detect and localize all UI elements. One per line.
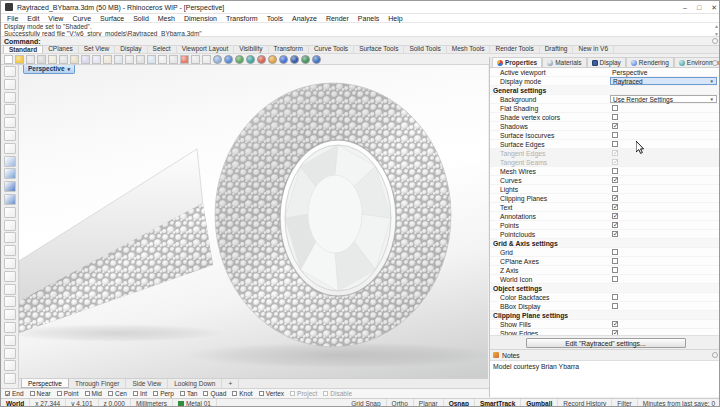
open-file-icon[interactable] — [15, 55, 24, 64]
menu-item-view[interactable]: View — [48, 15, 63, 22]
viewport-page-tab-side-view[interactable]: Side View — [126, 379, 168, 388]
print-icon[interactable] — [37, 55, 46, 64]
menu-item-render[interactable]: Render — [326, 15, 349, 22]
checkbox[interactable] — [612, 150, 618, 156]
checkbox[interactable] — [612, 195, 618, 201]
earth-globe-icon[interactable] — [301, 55, 310, 64]
checkbox[interactable] — [612, 213, 618, 219]
checkbox[interactable] — [5, 391, 10, 396]
sphere-tool-icon[interactable] — [4, 181, 16, 192]
trim-tool-icon[interactable] — [4, 232, 16, 243]
osnap-cen[interactable]: Cen — [108, 390, 127, 397]
checkbox[interactable] — [612, 276, 618, 282]
osnap-end[interactable]: End — [5, 390, 24, 397]
render-tool-icon[interactable] — [4, 373, 16, 384]
toolbar-tab-drafting[interactable]: Drafting — [540, 45, 574, 53]
arc-tool-icon[interactable] — [4, 117, 16, 128]
toolbar-tab-viewport-layout[interactable]: Viewport Layout — [177, 45, 235, 53]
panel-tab-materials[interactable]: Materials — [542, 57, 586, 67]
status-pane-gumball[interactable]: Gumball — [521, 399, 558, 407]
osnap-point[interactable]: Point — [57, 390, 79, 397]
toolbar-tab-cplanes[interactable]: CPlanes — [43, 45, 79, 53]
menu-item-edit[interactable]: Edit — [27, 15, 39, 22]
circle-tool-icon[interactable] — [4, 104, 16, 115]
setting-dropdown[interactable]: Raytraced▼ — [610, 77, 717, 85]
osnap-perp[interactable]: Perp — [153, 390, 174, 397]
world-globe-icon[interactable] — [312, 55, 321, 64]
osnap-knot[interactable]: Knot — [232, 390, 252, 397]
mirror-tool-icon[interactable] — [4, 335, 16, 346]
toolbar-tab-display[interactable]: Display — [115, 45, 147, 53]
toolbar-tab-set-view[interactable]: Set View — [79, 45, 116, 53]
toolbar-tab-transform[interactable]: Transform — [269, 45, 309, 53]
join-tool-icon[interactable] — [4, 207, 16, 218]
maximize-button[interactable]: □ — [697, 1, 701, 14]
checkbox[interactable] — [612, 132, 618, 138]
checkbox[interactable] — [232, 391, 237, 396]
menu-item-help[interactable]: Help — [388, 15, 402, 22]
checkbox[interactable] — [323, 391, 328, 396]
lock-object-icon[interactable] — [202, 55, 211, 64]
undo-icon[interactable] — [81, 55, 90, 64]
cplane-pane[interactable]: World — [1, 399, 30, 407]
menu-item-file[interactable]: File — [7, 15, 18, 22]
curve-tool-icon[interactable] — [4, 92, 16, 103]
osnap-vertex[interactable]: Vertex — [259, 390, 284, 397]
status-pane-osnap[interactable]: Osnap — [444, 399, 475, 407]
checkbox[interactable] — [290, 391, 295, 396]
paste-icon[interactable] — [70, 55, 79, 64]
osnap-quad[interactable]: Quad — [203, 390, 226, 397]
hide-object-icon[interactable] — [191, 55, 200, 64]
rotate-tool-icon[interactable] — [4, 309, 16, 320]
checkbox[interactable] — [85, 391, 90, 396]
toolbar-tab-select[interactable]: Select — [148, 45, 177, 53]
surface-tool-icon[interactable] — [4, 156, 16, 167]
menu-item-mesh[interactable]: Mesh — [158, 15, 175, 22]
checkbox[interactable] — [180, 391, 185, 396]
osnap-mid[interactable]: Mid — [85, 390, 102, 397]
osnap-int[interactable]: Int — [133, 390, 147, 397]
zoom-window-icon[interactable] — [125, 55, 134, 64]
move-tool-icon[interactable] — [4, 284, 16, 295]
panel-tab-properties[interactable]: Properties — [492, 57, 542, 67]
checkbox[interactable] — [612, 159, 618, 165]
menu-item-transform[interactable]: Transform — [226, 15, 258, 22]
checkbox[interactable] — [133, 391, 138, 396]
artistic-mode-icon[interactable] — [279, 55, 288, 64]
new-file-icon[interactable] — [4, 55, 13, 64]
setting-dropdown[interactable]: Use Render Settings▼ — [610, 95, 717, 103]
viewport-canvas[interactable]: Perspective▾ — [19, 65, 488, 378]
panel-tab-display[interactable]: Display — [587, 57, 626, 67]
edit-settings-button[interactable]: Edit "Raytraced" settings... — [526, 338, 686, 348]
pointer-tool-icon[interactable] — [4, 66, 16, 77]
mesh-tool-icon[interactable] — [4, 194, 16, 205]
menu-item-analyze[interactable]: Analyze — [292, 15, 317, 22]
zoom-extents-icon[interactable] — [136, 55, 145, 64]
menu-item-panels[interactable]: Panels — [358, 15, 379, 22]
checkbox[interactable] — [612, 303, 618, 309]
status-pane-filter[interactable]: Filter — [612, 399, 637, 407]
notes-content[interactable]: Model courtesy Brian Ybarra — [490, 360, 720, 397]
toolbar-tab-standard[interactable]: Standard — [3, 45, 43, 53]
command-history-scrollbar[interactable]: ▲▼ — [714, 23, 719, 37]
polyline-tool-icon[interactable] — [4, 79, 16, 90]
panel-tab-rendering[interactable]: Rendering — [626, 57, 674, 67]
explode-tool-icon[interactable] — [4, 220, 16, 231]
checkbox[interactable] — [612, 258, 618, 264]
menu-item-solid[interactable]: Solid — [133, 15, 149, 22]
shaded-mode-icon[interactable] — [224, 55, 233, 64]
status-pane-smarttrack[interactable]: SmartTrack — [475, 399, 521, 407]
checkbox[interactable] — [203, 391, 208, 396]
toolbar-tab-render-tools[interactable]: Render Tools — [490, 45, 539, 53]
osnap-disable[interactable]: Disable — [323, 390, 352, 397]
units-pane[interactable]: Millimeters — [131, 399, 173, 407]
viewport-layout-icon[interactable] — [169, 55, 178, 64]
status-pane-grid-snap[interactable]: Grid Snap — [346, 399, 386, 407]
offset-tool-icon[interactable] — [4, 271, 16, 282]
checkbox[interactable] — [153, 391, 158, 396]
toolbar-tab-surface-tools[interactable]: Surface Tools — [354, 45, 404, 53]
minimize-button[interactable]: – — [683, 1, 687, 14]
checkbox[interactable] — [612, 123, 618, 129]
osnap-tan[interactable]: Tan — [180, 390, 197, 397]
magnifier-icon[interactable] — [147, 55, 156, 64]
